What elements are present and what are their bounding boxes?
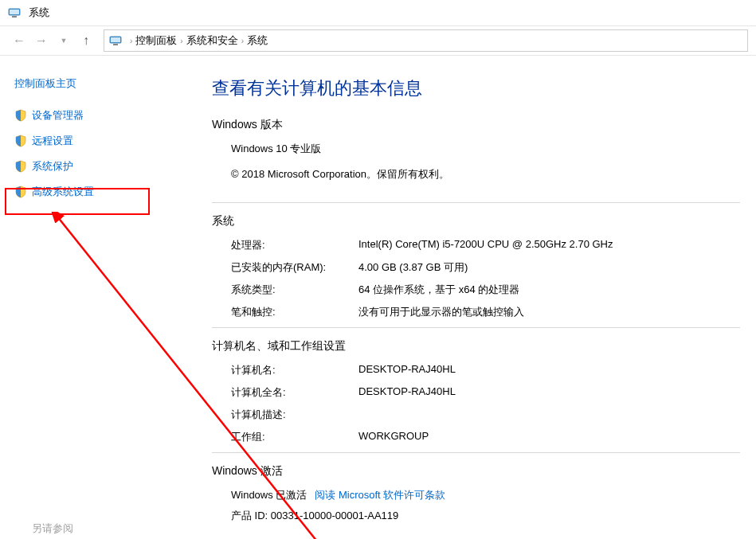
info-row: 笔和触控:没有可用于此显示器的笔或触控输入 <box>231 305 740 319</box>
address-bar: ← → ▼ ↑ › 控制面板 › 系统和安全 › 系统 <box>0 25 756 56</box>
sidebar-item-label: 远程设置 <box>32 134 73 148</box>
info-value <box>358 408 740 422</box>
info-row: 已安装的内存(RAM):4.00 GB (3.87 GB 可用) <box>231 260 740 275</box>
up-button[interactable]: ↑ <box>75 29 97 52</box>
see-also-label: 另请参阅 <box>32 521 73 536</box>
info-row: 计算机全名:DESKTOP-RAJ40HL <box>231 385 740 400</box>
chevron-right-icon: › <box>130 37 132 45</box>
sidebar-item-advanced-settings[interactable]: 高级系统设置 <box>14 185 166 199</box>
main-content: 查看有关计算机的基本信息 Windows 版本 Windows 10 专业版 ©… <box>180 56 756 539</box>
sidebar: 控制面板主页 设备管理器 远程设置 系统保护 高级系统设置 <box>0 56 180 539</box>
info-value: 4.00 GB (3.87 GB 可用) <box>358 260 740 275</box>
sidebar-item-device-manager[interactable]: 设备管理器 <box>14 108 166 123</box>
chevron-right-icon: › <box>180 37 182 45</box>
product-id: 产品 ID: 00331-10000-00001-AA119 <box>231 509 740 523</box>
section-system-title: 系统 <box>212 214 740 228</box>
svg-rect-5 <box>113 44 118 45</box>
section-windows-edition-title: Windows 版本 <box>212 118 740 132</box>
dropdown-history-button[interactable]: ▼ <box>53 29 75 52</box>
shield-icon <box>14 135 27 147</box>
control-panel-home-link[interactable]: 控制面板主页 <box>14 76 166 91</box>
info-label: 笔和触控: <box>231 305 358 319</box>
info-value: WORKGROUP <box>358 430 740 444</box>
breadcrumb-item[interactable]: 系统和安全 <box>186 33 238 48</box>
system-icon <box>8 6 21 19</box>
sidebar-item-label: 系统保护 <box>32 159 73 174</box>
svg-rect-2 <box>12 16 17 18</box>
sidebar-item-label: 高级系统设置 <box>32 185 94 199</box>
info-label: 系统类型: <box>231 283 358 297</box>
back-button[interactable]: ← <box>8 29 30 52</box>
info-label: 计算机名: <box>231 363 358 377</box>
shield-icon <box>14 186 27 198</box>
sidebar-item-remote-settings[interactable]: 远程设置 <box>14 134 166 148</box>
window-title: 系统 <box>29 6 49 20</box>
info-value: DESKTOP-RAJ40HL <box>358 363 740 377</box>
computer-icon <box>109 34 122 47</box>
info-row: 处理器:Intel(R) Core(TM) i5-7200U CPU @ 2.5… <box>231 238 740 252</box>
breadcrumb-item[interactable]: 控制面板 <box>135 33 177 48</box>
page-heading: 查看有关计算机的基本信息 <box>212 76 740 100</box>
chevron-right-icon: › <box>241 37 244 45</box>
info-value: Intel(R) Core(TM) i5-7200U CPU @ 2.50GHz… <box>358 238 740 252</box>
activation-status: Windows 已激活 <box>231 488 307 502</box>
info-value: 没有可用于此显示器的笔或触控输入 <box>358 305 740 319</box>
info-label: 计算机描述: <box>231 408 358 422</box>
info-label: 工作组: <box>231 430 358 444</box>
windows-edition-name: Windows 10 专业版 <box>231 142 740 156</box>
title-bar: 系统 <box>0 0 756 25</box>
info-label: 处理器: <box>231 238 358 252</box>
info-value: DESKTOP-RAJ40HL <box>358 385 740 400</box>
info-label: 已安装的内存(RAM): <box>231 260 358 275</box>
breadcrumb[interactable]: › 控制面板 › 系统和安全 › 系统 <box>104 29 748 52</box>
shield-icon <box>14 109 27 122</box>
svg-rect-4 <box>111 37 120 42</box>
sidebar-item-system-protection[interactable]: 系统保护 <box>14 159 166 174</box>
info-label: 计算机全名: <box>231 385 358 400</box>
info-row: 计算机描述: <box>231 408 740 422</box>
sidebar-item-label: 设备管理器 <box>32 108 84 123</box>
info-row: 系统类型:64 位操作系统，基于 x64 的处理器 <box>231 283 740 297</box>
shield-icon <box>14 160 27 173</box>
info-value: 64 位操作系统，基于 x64 的处理器 <box>358 283 740 297</box>
info-row: 计算机名:DESKTOP-RAJ40HL <box>231 363 740 377</box>
windows-copyright: © 2018 Microsoft Corporation。保留所有权利。 <box>231 167 740 182</box>
svg-rect-1 <box>10 10 19 14</box>
section-activation-title: Windows 激活 <box>212 464 740 478</box>
info-row: 工作组:WORKGROUP <box>231 430 740 444</box>
forward-button[interactable]: → <box>30 29 53 52</box>
breadcrumb-item[interactable]: 系统 <box>247 33 268 48</box>
license-terms-link[interactable]: 阅读 Microsoft 软件许可条款 <box>315 488 445 502</box>
section-computer-title: 计算机名、域和工作组设置 <box>212 339 740 353</box>
